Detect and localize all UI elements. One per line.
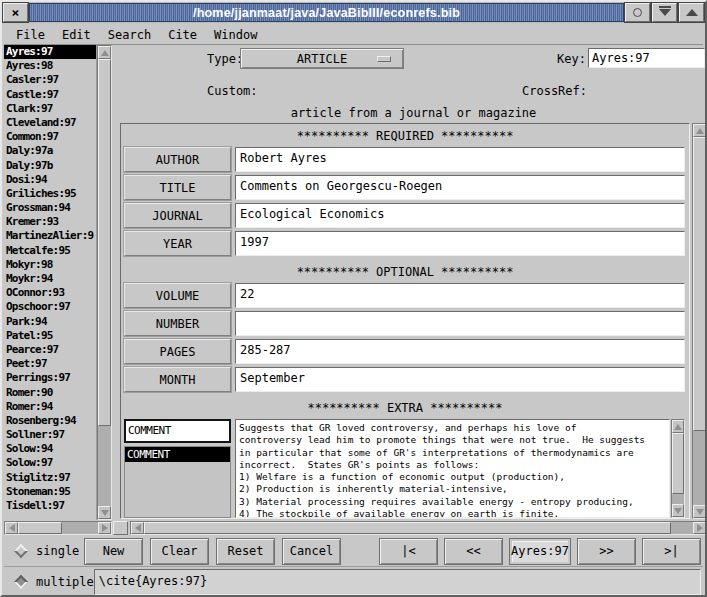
first-record-button[interactable]: |< bbox=[379, 538, 438, 565]
list-item[interactable]: Grossman:94 bbox=[4, 201, 96, 215]
citation-list[interactable]: Ayres:97Ayres:98Casler:97Castle:97Clark:… bbox=[4, 45, 97, 520]
panel-hscrollbar[interactable] bbox=[130, 521, 707, 535]
extra-text-vscrollbar[interactable] bbox=[671, 419, 685, 518]
close-button[interactable]: × bbox=[3, 3, 28, 22]
scroll-up-button[interactable] bbox=[98, 46, 111, 59]
list-item[interactable]: Opschoor:97 bbox=[4, 300, 96, 314]
extra-field-list[interactable]: COMMENT bbox=[124, 446, 231, 518]
field-input[interactable]: 1997 bbox=[235, 231, 685, 256]
current-record-field[interactable]: Ayres:97 bbox=[509, 538, 571, 565]
scroll-thumb[interactable] bbox=[98, 59, 111, 426]
field-label-button[interactable]: MONTH bbox=[124, 367, 231, 392]
scroll-thumb[interactable] bbox=[18, 522, 62, 534]
scroll-down-button[interactable] bbox=[98, 506, 111, 519]
field-label-button[interactable]: YEAR bbox=[124, 231, 231, 256]
list-item[interactable]: Solow:94 bbox=[4, 442, 96, 456]
field-input[interactable]: Robert Ayres bbox=[235, 147, 685, 172]
extra-list-item[interactable]: COMMENT bbox=[125, 447, 230, 462]
field-input[interactable]: September bbox=[235, 367, 685, 392]
key-input[interactable]: Ayres:97 bbox=[588, 48, 705, 68]
scroll-up-button[interactable] bbox=[672, 420, 684, 433]
list-hscrollbar[interactable] bbox=[4, 521, 112, 535]
list-item[interactable]: Peet:97 bbox=[4, 357, 96, 371]
list-item[interactable]: Stoneman:95 bbox=[4, 485, 96, 499]
list-item[interactable]: Metcalfe:95 bbox=[4, 244, 96, 258]
next-record-button[interactable]: >> bbox=[577, 538, 636, 565]
list-item[interactable]: Solow:97 bbox=[4, 456, 96, 470]
scroll-down-button[interactable] bbox=[693, 505, 706, 518]
scroll-thumb[interactable] bbox=[672, 433, 684, 494]
field-label-button[interactable]: JOURNAL bbox=[124, 203, 231, 228]
type-dropdown[interactable]: ARTICLE bbox=[240, 48, 404, 69]
scroll-down-button[interactable] bbox=[672, 504, 684, 517]
window-title[interactable]: /home/jjanmaat/java/JavaBibIII/econrefs.… bbox=[29, 3, 624, 22]
field-label-button[interactable]: AUTHOR bbox=[124, 147, 231, 172]
list-item[interactable]: Rosenberg:94 bbox=[4, 414, 96, 428]
list-item[interactable]: Ayres:97 bbox=[4, 45, 96, 59]
menu-edit[interactable]: Edit bbox=[56, 26, 102, 44]
list-item[interactable]: Casler:97 bbox=[4, 73, 96, 87]
scroll-left-button[interactable] bbox=[5, 522, 18, 534]
list-item[interactable]: Patel:95 bbox=[4, 329, 96, 343]
field-input[interactable] bbox=[235, 311, 685, 336]
list-item[interactable]: Griliches:95 bbox=[4, 187, 96, 201]
list-item[interactable]: Daly:97a bbox=[4, 144, 96, 158]
extra-field-name-input[interactable]: COMMENT bbox=[124, 419, 231, 443]
list-item[interactable]: Romer:94 bbox=[4, 400, 96, 414]
list-vscrollbar[interactable] bbox=[97, 45, 112, 520]
scroll-trough[interactable] bbox=[18, 522, 98, 534]
list-item[interactable]: Dosi:94 bbox=[4, 173, 96, 187]
menu-search[interactable]: Search bbox=[102, 26, 162, 44]
new-button[interactable]: New bbox=[84, 538, 143, 565]
radio-single[interactable]: single bbox=[4, 544, 84, 558]
reset-button[interactable]: Reset bbox=[216, 538, 275, 565]
field-label-button[interactable]: PAGES bbox=[124, 339, 231, 364]
field-input[interactable]: Ecological Economics bbox=[235, 203, 685, 228]
list-item[interactable]: Park:94 bbox=[4, 315, 96, 329]
scroll-trough[interactable] bbox=[672, 433, 684, 504]
scroll-thumb[interactable] bbox=[693, 137, 706, 431]
field-label-button[interactable]: VOLUME bbox=[124, 283, 231, 308]
maximize-button[interactable] bbox=[679, 3, 704, 22]
list-item[interactable]: Moykr:94 bbox=[4, 272, 96, 286]
menu-cite[interactable]: Cite bbox=[162, 26, 208, 44]
radio-multiple[interactable]: multiple bbox=[4, 575, 94, 589]
scroll-trough[interactable] bbox=[98, 59, 111, 506]
list-item[interactable]: Ayres:98 bbox=[4, 59, 96, 73]
cite-string-input[interactable]: \cite{Ayres:97} bbox=[94, 569, 701, 595]
window-menu-button[interactable] bbox=[625, 3, 650, 22]
list-item[interactable]: Mokyr:98 bbox=[4, 258, 96, 272]
list-item[interactable]: Perrings:97 bbox=[4, 371, 96, 385]
list-item[interactable]: Pearce:97 bbox=[4, 343, 96, 357]
menu-window[interactable]: Window bbox=[208, 26, 268, 44]
field-input[interactable]: Comments on Georgescu-Roegen bbox=[235, 175, 685, 200]
scroll-thumb[interactable] bbox=[144, 522, 671, 534]
list-item[interactable]: Castle:97 bbox=[4, 88, 96, 102]
list-item[interactable]: Sollner:97 bbox=[4, 428, 96, 442]
list-item[interactable]: Stiglitz:97 bbox=[4, 471, 96, 485]
scroll-left-button[interactable] bbox=[131, 522, 144, 534]
scroll-up-button[interactable] bbox=[693, 124, 706, 137]
field-input[interactable]: 22 bbox=[235, 283, 685, 308]
list-item[interactable]: MartinezAlier:9 bbox=[4, 229, 96, 243]
scroll-trough[interactable] bbox=[693, 137, 706, 505]
list-item[interactable]: OConnor:93 bbox=[4, 286, 96, 300]
list-item[interactable]: Common:97 bbox=[4, 130, 96, 144]
list-item[interactable]: Clark:97 bbox=[4, 102, 96, 116]
scroll-trough[interactable] bbox=[144, 522, 693, 534]
field-label-button[interactable]: TITLE bbox=[124, 175, 231, 200]
prev-record-button[interactable]: << bbox=[444, 538, 503, 565]
field-label-button[interactable]: NUMBER bbox=[124, 311, 231, 336]
extra-comment-textarea[interactable]: Suggests that GR loved controversy, and … bbox=[235, 419, 670, 518]
iconify-button[interactable] bbox=[652, 3, 677, 22]
list-item[interactable]: Daly:97b bbox=[4, 159, 96, 173]
list-item[interactable]: Cleveland:97 bbox=[4, 116, 96, 130]
field-input[interactable]: 285-287 bbox=[235, 339, 685, 364]
scroll-right-button[interactable] bbox=[693, 522, 706, 534]
list-item[interactable]: Tisdell:97 bbox=[4, 499, 96, 513]
list-item[interactable]: Romer:90 bbox=[4, 386, 96, 400]
menu-file[interactable]: File bbox=[10, 26, 56, 44]
scroll-right-button[interactable] bbox=[98, 522, 111, 534]
clear-button[interactable]: Clear bbox=[150, 538, 209, 565]
cancel-button[interactable]: Cancel bbox=[282, 538, 341, 565]
